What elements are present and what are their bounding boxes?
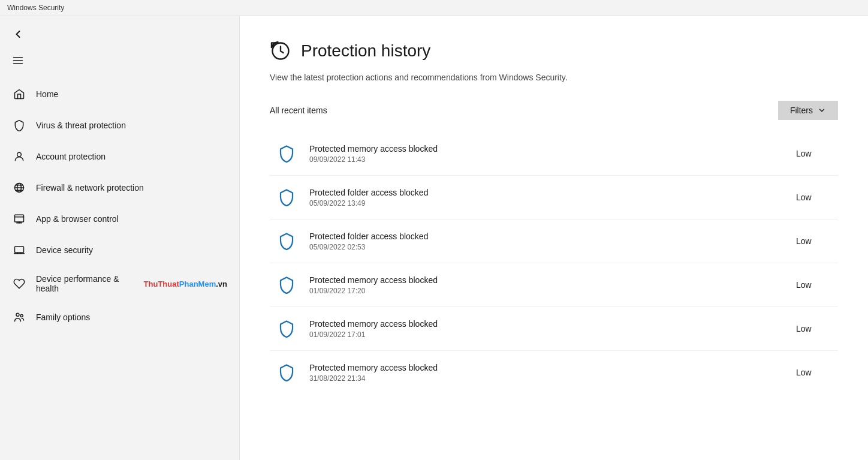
item-severity: Low [796,324,832,333]
item-info: Protected memory access blocked 31/08/20… [309,363,784,383]
chevron-down-icon [818,106,826,115]
network-icon [12,181,26,195]
main-content: Protection history View the latest prote… [240,16,868,460]
page-title: Protection history [301,41,430,61]
shield-blocked-icon [276,274,297,296]
menu-button[interactable] [0,47,239,74]
sidebar-item-virus-label: Virus & threat protection [36,121,126,130]
item-title: Protected memory access blocked [309,275,784,285]
shield-blocked-icon [276,362,297,383]
shield-icon [12,118,26,133]
sidebar-item-devicesecurity-label: Device security [36,245,93,255]
svg-point-17 [16,313,19,316]
item-severity: Low [796,193,832,202]
sidebar-item-family-label: Family options [36,312,90,322]
table-row[interactable]: Protected memory access blocked 31/08/20… [270,351,838,394]
item-severity: Low [796,280,832,290]
item-info: Protected memory access blocked 01/09/20… [309,319,784,339]
protection-list: Protected memory access blocked 09/09/20… [270,132,838,394]
svg-point-18 [20,314,23,317]
item-date: 05/09/2022 13:49 [309,199,784,208]
page-header: Protection history [270,40,838,62]
item-info: Protected memory access blocked 01/09/20… [309,275,784,295]
watermark: ThuThuatPhanMem.vn [144,279,227,288]
sidebar-item-firewall-label: Firewall & network protection [36,183,144,193]
svg-rect-13 [15,246,24,252]
item-info: Protected folder access blocked 05/09/20… [309,231,784,251]
history-icon [270,40,291,62]
shield-blocked-icon [276,318,297,339]
item-title: Protected folder access blocked [309,188,784,197]
sidebar-item-app[interactable]: App & browser control [0,203,239,234]
sidebar-item-devicehealth-label: Device performance & health [36,274,132,293]
table-row[interactable]: Protected folder access blocked 05/09/20… [270,220,838,263]
sidebar-item-devicesecurity[interactable]: Device security [0,234,239,266]
sidebar-item-account-label: Account protection [36,152,106,161]
item-date: 05/09/2022 02:53 [309,243,784,251]
table-row[interactable]: Protected folder access blocked 05/09/20… [270,176,838,220]
table-row[interactable]: Protected memory access blocked 01/09/20… [270,263,838,307]
item-date: 01/09/2022 17:20 [309,287,784,295]
svg-rect-9 [15,215,24,222]
item-title: Protected memory access blocked [309,144,784,154]
sidebar-item-account[interactable]: Account protection [0,141,239,172]
sidebar: Home Virus & threat protection Account p… [0,16,240,460]
device-icon [12,243,26,257]
browser-icon [12,212,26,226]
item-severity: Low [796,236,832,246]
page-subtitle: View the latest protection actions and r… [270,71,629,84]
item-date: 01/09/2022 17:01 [309,330,784,339]
sidebar-item-family[interactable]: Family options [0,302,239,333]
filters-label: Filters [790,106,813,115]
table-row[interactable]: Protected memory access blocked 09/09/20… [270,132,838,176]
sidebar-item-devicehealth[interactable]: Device performance & health ThuThuatPhan… [0,266,239,302]
sidebar-item-app-label: App & browser control [36,214,119,224]
item-title: Protected memory access blocked [309,363,784,372]
list-header: All recent items Filters [270,101,838,120]
sidebar-item-home-label: Home [36,89,58,99]
filters-button[interactable]: Filters [778,101,838,120]
hamburger-icon [12,55,24,67]
item-date: 09/09/2022 11:43 [309,155,784,164]
svg-point-3 [17,152,22,157]
back-icon [12,28,24,40]
person-icon [12,149,26,164]
heart-icon [12,276,26,291]
title-bar: Windows Security [0,0,868,16]
sidebar-item-home[interactable]: Home [0,79,239,110]
family-icon [12,310,26,324]
shield-blocked-icon [276,187,297,208]
item-info: Protected folder access blocked 05/09/20… [309,188,784,208]
back-button[interactable] [0,21,239,47]
item-severity: Low [796,368,832,377]
app-title: Windows Security [7,4,64,12]
all-recent-label: All recent items [270,106,327,115]
shield-blocked-icon [276,230,297,252]
table-row[interactable]: Protected memory access blocked 01/09/20… [270,307,838,351]
item-info: Protected memory access blocked 09/09/20… [309,144,784,164]
sidebar-item-firewall[interactable]: Firewall & network protection [0,172,239,203]
sidebar-item-virus[interactable]: Virus & threat protection [0,110,239,141]
item-date: 31/08/2022 21:34 [309,374,784,383]
item-title: Protected folder access blocked [309,231,784,241]
shield-blocked-icon [276,143,297,164]
home-icon [12,87,26,101]
item-title: Protected memory access blocked [309,319,784,329]
item-severity: Low [796,149,832,158]
